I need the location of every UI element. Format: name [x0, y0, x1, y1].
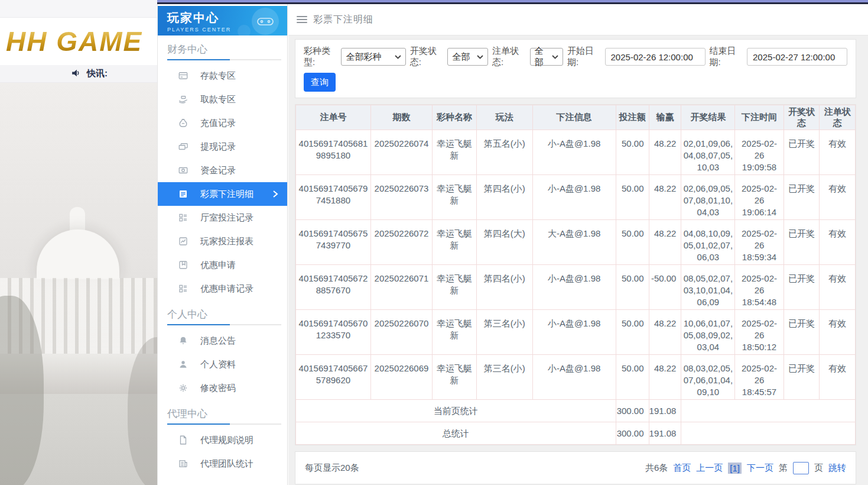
- hamburger-menu-icon[interactable]: [297, 16, 307, 23]
- draw-status-select[interactable]: 全部: [447, 48, 488, 66]
- cell-amount: 50.00: [616, 310, 649, 355]
- query-button[interactable]: 查询: [304, 73, 336, 92]
- page-summary-label: 当前页统计: [296, 400, 616, 422]
- cell-draw-status: 已开奖: [784, 220, 820, 265]
- sidebar-item-change-password[interactable]: 修改密码: [158, 376, 287, 400]
- sidebar-item-agent-team-stats[interactable]: 代理团队统计: [158, 452, 287, 476]
- sidebar-item-label: 优惠申请: [200, 260, 236, 271]
- cell-play: 第四名(小): [476, 265, 532, 310]
- cell-result: 10,06,01,07,05,08,09,02,03,04: [681, 310, 735, 355]
- sidebar-item-promo-apply[interactable]: 优惠申请: [158, 253, 287, 277]
- jump-action-link[interactable]: 跳转: [828, 463, 846, 474]
- page-title: 彩票下注明细: [313, 14, 373, 26]
- sidebar-item-player-bet-report[interactable]: 玩家投注报表: [158, 229, 287, 253]
- cell-result: 08,03,02,05,07,06,01,04,09,10: [681, 355, 735, 400]
- chevron-down-icon: [477, 55, 483, 59]
- lottery-type-label: 彩种类型:: [304, 46, 337, 68]
- sidebar-item-withdraw-record[interactable]: 提现记录: [158, 135, 287, 159]
- report-chart-icon: [178, 236, 188, 247]
- sidebar-item-withdraw[interactable]: 取款专区: [158, 88, 287, 111]
- cell-lottery: 幸运飞艇新: [433, 130, 477, 175]
- jump-suffix-label: 页: [814, 463, 823, 474]
- section-divider: [167, 324, 281, 325]
- cell-order-status: 有效: [820, 220, 856, 265]
- sidebar-item-promo-record[interactable]: 优惠申请记录: [158, 277, 287, 300]
- banknote-icon: [178, 165, 188, 176]
- list-squares-icon: [178, 283, 188, 294]
- cell-period: 20250226074: [370, 130, 432, 175]
- section-divider: [167, 59, 281, 60]
- next-page-link[interactable]: 下一页: [747, 463, 773, 474]
- page-jump-input[interactable]: [793, 462, 809, 474]
- sidebar-item-label: 代理规则说明: [200, 435, 253, 446]
- cell-order-status: 有效: [820, 355, 856, 400]
- sidebar-item-label: 代理团队统计: [200, 458, 253, 470]
- end-date-input[interactable]: [747, 48, 847, 66]
- sidebar-item-label: 厅室投注记录: [200, 212, 253, 224]
- prev-page-link[interactable]: 上一页: [696, 463, 723, 474]
- table-row: 401569174056701233570 20250226070 幸运飞艇新 …: [296, 310, 856, 355]
- cell-lottery: 幸运飞艇新: [433, 220, 477, 265]
- cell-period: 20250226071: [370, 265, 432, 310]
- sidebar-item-funds-record[interactable]: 资金记录: [158, 159, 287, 182]
- cell-bet-time: 2025-02-26 19:06:14: [735, 175, 784, 220]
- cell-win-loss: 48.22: [649, 310, 681, 355]
- total-summary-empty: [681, 422, 856, 445]
- cell-period: 20250226069: [370, 355, 432, 400]
- cell-win-loss: 48.22: [649, 130, 681, 175]
- cell-amount: 50.00: [616, 265, 649, 310]
- site-logo-band: HH GAME: [0, 18, 157, 65]
- cell-bet-time: 2025-02-26 19:09:58: [735, 130, 784, 175]
- end-date-label: 结束日期:: [710, 46, 743, 68]
- col-draw-status: 开奖状态: [784, 105, 820, 130]
- sidebar-item-lottery-bet-detail[interactable]: 彩票下注明细: [158, 182, 287, 206]
- sidebar-item-label: 优惠申请记录: [200, 283, 253, 295]
- sidebar-item-label: 取款专区: [200, 94, 236, 105]
- col-play: 玩法: [476, 105, 532, 130]
- order-status-label: 注单状态:: [492, 46, 525, 68]
- page-summary-empty: [681, 400, 856, 422]
- cell-play: 第三名(小): [476, 310, 532, 355]
- sidebar-item-agent-rules[interactable]: 代理规则说明: [158, 428, 287, 452]
- speaker-icon: [71, 69, 81, 79]
- sidebar-item-deposit[interactable]: 存款专区: [158, 64, 287, 88]
- filter-panel: 彩种类型: 全部彩种 开奖状态: 全部 注单状态: 全部 开始日期: 结束日期:: [295, 39, 856, 98]
- order-status-select[interactable]: 全部: [530, 48, 563, 66]
- chevron-down-icon: [395, 55, 401, 59]
- sidebar-item-label: 存款专区: [200, 70, 236, 82]
- cell-draw-status: 已开奖: [784, 175, 820, 220]
- page-summary-row: 当前页统计 300.00 191.08: [296, 400, 856, 422]
- total-count: 共6条: [645, 463, 668, 474]
- table-header-row: 注单号 期数 彩种名称 玩法 下注信息 投注额 输赢 开奖结果 下注时间 开奖状…: [296, 105, 856, 130]
- cell-order-id: 401569174056728857670: [296, 265, 371, 310]
- cell-period: 20250226070: [370, 310, 432, 355]
- per-page-label: 每页显示20条: [305, 463, 359, 474]
- site-logo: HH GAME: [0, 25, 142, 57]
- draw-status-label: 开奖状态:: [410, 46, 443, 68]
- lottery-type-select[interactable]: 全部彩种: [341, 48, 405, 66]
- cell-bet-info: 小-A盘@1.98: [532, 130, 616, 175]
- col-win-loss: 输赢: [649, 105, 681, 130]
- sidebar-item-label: 资金记录: [200, 165, 236, 176]
- cell-amount: 50.00: [616, 130, 649, 175]
- start-date-input[interactable]: [605, 48, 706, 66]
- bell-icon: [178, 335, 188, 346]
- table-row: 401569174056757439770 20250226072 幸运飞艇新 …: [296, 220, 856, 265]
- jump-prefix-label: 第: [779, 463, 788, 474]
- col-bet-info: 下注信息: [532, 105, 616, 130]
- sidebar-item-profile[interactable]: 个人资料: [158, 353, 287, 376]
- sidebar-item-hall-bet-record[interactable]: 厅室投注记录: [158, 206, 287, 229]
- cell-bet-time: 2025-02-26 18:50:12: [735, 310, 784, 355]
- sidebar-item-recharge-record[interactable]: 充值记录: [158, 111, 287, 135]
- sidebar-item-announcements[interactable]: 消息公告: [158, 329, 287, 353]
- table-row: 401569174056728857670 20250226071 幸运飞艇新 …: [296, 265, 856, 310]
- cell-lottery: 幸运飞艇新: [433, 265, 477, 310]
- decor-circle: [238, 25, 251, 35]
- cell-order-id: 401569174056819895180: [296, 130, 371, 175]
- first-page-link[interactable]: 首页: [673, 463, 691, 474]
- sidebar-item-label: 彩票下注明细: [200, 189, 253, 200]
- section-title-agent: 代理中心: [158, 400, 287, 423]
- col-order-id: 注单号: [296, 105, 371, 130]
- cell-order-id: 401569174056701233570: [296, 310, 371, 355]
- sidebar-item-label: 修改密码: [200, 383, 236, 394]
